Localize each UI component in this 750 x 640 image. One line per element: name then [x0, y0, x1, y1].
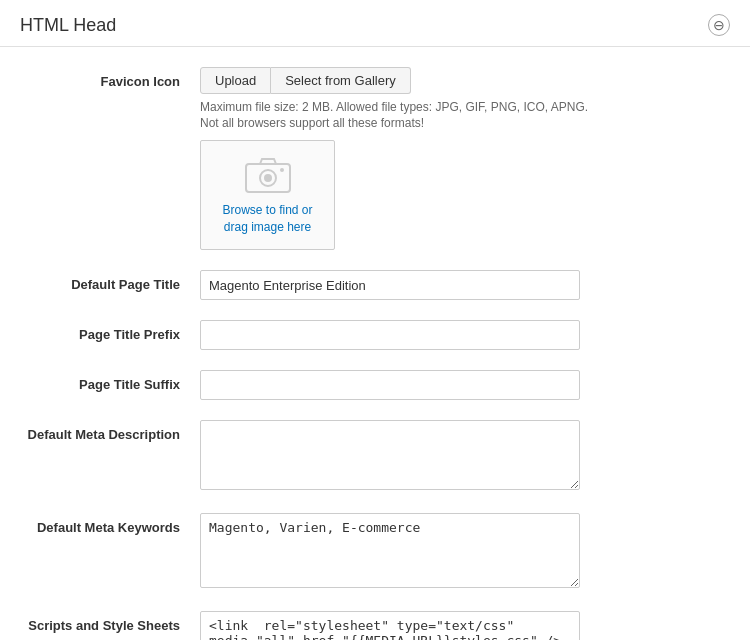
page-title-suffix-field [200, 370, 730, 400]
default-meta-keywords-field: Magento, Varien, E-commerce [200, 513, 730, 591]
default-meta-description-label: Default Meta Description [20, 420, 200, 444]
scripts-style-sheets-input[interactable]: <link rel="stylesheet" type="text/css" m… [200, 611, 580, 640]
default-meta-description-field [200, 420, 730, 493]
collapse-button[interactable]: ⊖ [708, 14, 730, 36]
favicon-label: Favicon Icon [20, 67, 200, 91]
default-page-title-field [200, 270, 730, 300]
favicon-hint: Maximum file size: 2 MB. Allowed file ty… [200, 100, 730, 114]
page-title-prefix-field [200, 320, 730, 350]
page-title-prefix-row: Page Title Prefix [20, 320, 730, 350]
page-header: HTML Head ⊖ [0, 0, 750, 47]
favicon-btn-group: Upload Select from Gallery [200, 67, 730, 94]
select-from-gallery-button[interactable]: Select from Gallery [271, 67, 411, 94]
default-page-title-input[interactable] [200, 270, 580, 300]
favicon-row: Favicon Icon Upload Select from Gallery … [20, 67, 730, 250]
page-title-suffix-row: Page Title Suffix [20, 370, 730, 400]
default-meta-description-row: Default Meta Description [20, 420, 730, 493]
default-page-title-label: Default Page Title [20, 270, 200, 294]
svg-point-2 [264, 174, 272, 182]
svg-point-3 [280, 168, 284, 172]
favicon-field: Upload Select from Gallery Maximum file … [200, 67, 730, 250]
browse-text[interactable]: Browse to find or drag image here [222, 202, 312, 236]
default-meta-keywords-input[interactable]: Magento, Varien, E-commerce [200, 513, 580, 588]
upload-button[interactable]: Upload [200, 67, 271, 94]
default-meta-keywords-label: Default Meta Keywords [20, 513, 200, 537]
default-meta-keywords-row: Default Meta Keywords Magento, Varien, E… [20, 513, 730, 591]
camera-icon [244, 154, 292, 194]
image-upload-box[interactable]: Browse to find or drag image here [200, 140, 335, 250]
form-content: Favicon Icon Upload Select from Gallery … [0, 47, 750, 640]
favicon-warning: Not all browsers support all these forma… [200, 116, 730, 130]
page-title-suffix-label: Page Title Suffix [20, 370, 200, 394]
scripts-style-sheets-row: Scripts and Style Sheets <link rel="styl… [20, 611, 730, 640]
page-title-prefix-input[interactable] [200, 320, 580, 350]
scripts-style-sheets-label: Scripts and Style Sheets [20, 611, 200, 635]
scripts-style-sheets-field: <link rel="stylesheet" type="text/css" m… [200, 611, 730, 640]
default-page-title-row: Default Page Title [20, 270, 730, 300]
page-title-prefix-label: Page Title Prefix [20, 320, 200, 344]
default-meta-description-input[interactable] [200, 420, 580, 490]
page-title: HTML Head [20, 15, 116, 36]
page-title-suffix-input[interactable] [200, 370, 580, 400]
